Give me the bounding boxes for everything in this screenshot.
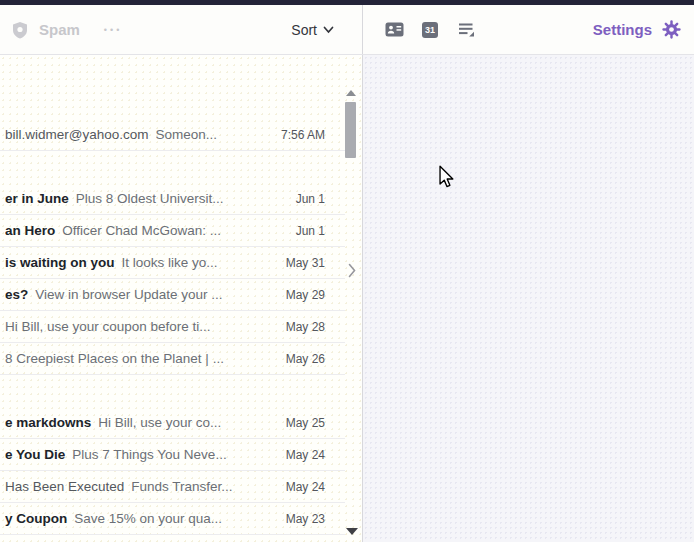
email-subject: an Hero bbox=[5, 223, 55, 238]
notepad-icon[interactable] bbox=[455, 19, 477, 41]
email-subject: er in June bbox=[5, 191, 69, 206]
mouse-cursor bbox=[437, 165, 456, 193]
email-row-text: an Hero Officer Chad McGowan: ... bbox=[5, 223, 284, 238]
scrollbar-thumb[interactable] bbox=[345, 102, 356, 158]
email-subject: is waiting on you bbox=[5, 255, 115, 270]
email-snippet: Save 15% on your qua... bbox=[74, 511, 222, 526]
email-row[interactable]: Hi Bill, use your coupon before ti... Ma… bbox=[0, 311, 345, 343]
email-row[interactable]: an Hero Officer Chad McGowan: ... Jun 1 bbox=[0, 215, 345, 247]
email-row-text: Hi Bill, use your coupon before ti... bbox=[5, 319, 274, 334]
email-group: er in June Plus 8 Oldest Universit... Ju… bbox=[0, 183, 345, 375]
email-list-panel: bill.widmer@yahoo.com Someon... 7:56 AM … bbox=[0, 55, 363, 542]
email-date: Jun 1 bbox=[296, 224, 325, 238]
calendar-day-label: 31 bbox=[422, 22, 438, 38]
email-group: bill.widmer@yahoo.com Someon... 7:56 AM bbox=[0, 119, 345, 151]
email-snippet: Hi Bill, use your coupon before ti... bbox=[5, 319, 211, 334]
email-snippet: Plus 8 Oldest Universit... bbox=[76, 191, 224, 206]
email-date: Jun 1 bbox=[296, 192, 325, 206]
email-snippet: Officer Chad McGowan: ... bbox=[62, 223, 221, 238]
email-row[interactable]: er in June Plus 8 Oldest Universit... Ju… bbox=[0, 183, 345, 215]
email-row-text: es? View in browser Update your ... bbox=[5, 287, 274, 302]
email-date: 7:56 AM bbox=[281, 128, 325, 142]
email-subject: y Coupon bbox=[5, 511, 67, 526]
email-snippet: Someon... bbox=[156, 127, 218, 142]
panel-expand-chevron-icon[interactable] bbox=[346, 261, 358, 279]
email-row-text: er in June Plus 8 Oldest Universit... bbox=[5, 191, 284, 206]
chevron-down-icon bbox=[323, 25, 334, 35]
settings-button[interactable]: Settings bbox=[593, 5, 682, 54]
right-toolbar: 31 Settings bbox=[363, 5, 694, 54]
email-snippet: It looks like yo... bbox=[122, 255, 218, 270]
email-row-text: e markdowns Hi Bill, use your co... bbox=[5, 415, 274, 430]
email-subject: bill.widmer@yahoo.com bbox=[5, 127, 149, 142]
email-row-text: y Coupon Save 15% on your qua... bbox=[5, 511, 274, 526]
sort-label: Sort bbox=[291, 22, 317, 38]
email-list: bill.widmer@yahoo.com Someon... 7:56 AM … bbox=[0, 55, 345, 535]
scroll-down-arrow-icon[interactable] bbox=[346, 528, 358, 535]
email-date: May 29 bbox=[286, 288, 325, 302]
email-row[interactable]: es? View in browser Update your ... May … bbox=[0, 279, 345, 311]
email-date: May 24 bbox=[286, 448, 325, 462]
email-row-text: Has Been Executed Funds Transfer... bbox=[5, 479, 274, 494]
email-row-text: bill.widmer@yahoo.com Someon... bbox=[5, 127, 269, 142]
calendar-icon[interactable]: 31 bbox=[419, 19, 441, 41]
reading-pane bbox=[363, 55, 694, 542]
scroll-up-arrow-icon[interactable] bbox=[346, 90, 356, 96]
email-snippet: 8 Creepiest Places on the Planet | ... bbox=[5, 351, 224, 366]
email-subject: es? bbox=[5, 287, 28, 302]
email-row-text: 8 Creepiest Places on the Planet | ... bbox=[5, 351, 274, 366]
email-date: May 26 bbox=[286, 352, 325, 366]
email-subject: e You Die bbox=[5, 447, 65, 462]
email-date: May 24 bbox=[286, 480, 325, 494]
email-date: May 28 bbox=[286, 320, 325, 334]
contacts-icon[interactable] bbox=[383, 19, 405, 41]
email-subject: e markdowns bbox=[5, 415, 91, 430]
email-snippet: View in browser Update your ... bbox=[35, 287, 222, 302]
email-row[interactable]: is waiting on you It looks like yo... Ma… bbox=[0, 247, 345, 279]
email-group: e markdowns Hi Bill, use your co... May … bbox=[0, 407, 345, 535]
toolbar: Spam ••• Sort 31 bbox=[0, 5, 694, 55]
email-date: May 25 bbox=[286, 416, 325, 430]
spam-shield-icon bbox=[9, 19, 31, 41]
email-snippet: Funds Transfer... bbox=[131, 479, 232, 494]
email-row-text: is waiting on you It looks like yo... bbox=[5, 255, 274, 270]
email-row[interactable]: y Coupon Save 15% on your qua... May 23 bbox=[0, 503, 345, 535]
email-snippet: Hi Bill, use your co... bbox=[98, 415, 221, 430]
email-row[interactable]: 8 Creepiest Places on the Planet | ... M… bbox=[0, 343, 345, 375]
folder-header: Spam ••• bbox=[9, 19, 122, 41]
email-date: May 31 bbox=[286, 256, 325, 270]
email-snippet: Plus 7 Things You Neve... bbox=[72, 447, 226, 462]
list-scrollbar[interactable] bbox=[345, 55, 357, 542]
email-row[interactable]: Has Been Executed Funds Transfer... May … bbox=[0, 471, 345, 503]
email-row[interactable]: bill.widmer@yahoo.com Someon... 7:56 AM bbox=[0, 119, 345, 151]
email-row[interactable]: e You Die Plus 7 Things You Neve... May … bbox=[0, 439, 345, 471]
email-subject: Has Been Executed bbox=[5, 479, 124, 494]
email-row[interactable]: e markdowns Hi Bill, use your co... May … bbox=[0, 407, 345, 439]
email-date: May 23 bbox=[286, 512, 325, 526]
list-toolbar: Spam ••• Sort bbox=[0, 5, 363, 54]
gear-icon bbox=[660, 19, 682, 41]
email-row-text: e You Die Plus 7 Things You Neve... bbox=[5, 447, 274, 462]
settings-label: Settings bbox=[593, 21, 652, 38]
folder-title: Spam bbox=[39, 21, 80, 38]
sort-button[interactable]: Sort bbox=[291, 5, 334, 54]
more-ellipsis-icon[interactable]: ••• bbox=[104, 25, 122, 35]
